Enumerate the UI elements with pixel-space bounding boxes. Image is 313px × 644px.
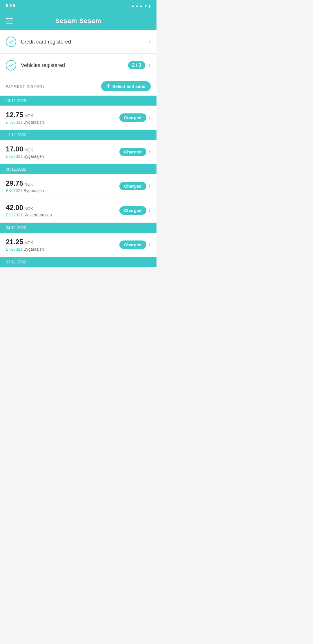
transaction-row-1[interactable]: 12.75NOK EK27321 Bygarasjen Charged ›: [0, 106, 156, 130]
status-icons: ▲▲▲ ▾ ▮: [131, 3, 151, 8]
main-content: Credit card registered › Vehicles regist…: [0, 30, 156, 267]
date-5: 04.11.2022: [6, 225, 26, 230]
payment-history-label: PAYMENT HISTORY: [6, 84, 45, 88]
transaction-chevron-1: ›: [149, 114, 151, 122]
transaction-left-1: 12.75NOK EK27321 Bygarasjen: [6, 111, 44, 124]
transaction-right-5: Charged ›: [119, 240, 151, 249]
app-header: Sesam Sesam: [0, 12, 156, 30]
hamburger-line-1: [6, 18, 13, 19]
app-title: Sesam Sesam: [55, 17, 101, 25]
hamburger-line-3: [6, 23, 13, 23]
date-header-2: 12.11.2022: [0, 130, 156, 140]
upload-icon: ⬆: [106, 84, 110, 89]
transaction-location-1: EK27321 Bygarasjen: [6, 120, 44, 124]
transaction-right-4: Charged ›: [119, 206, 151, 215]
menu-button[interactable]: [6, 18, 13, 23]
transaction-row-2[interactable]: 17.00NOK EK27321 Bygarasjen Charged ›: [0, 140, 156, 164]
vehicles-badge: 2 / 3: [128, 61, 145, 69]
transaction-amount-2: 17.00NOK: [6, 145, 44, 153]
vehicles-label: Vehicles registered: [21, 62, 128, 68]
date-header-3: 08.11.2022: [0, 164, 156, 174]
transaction-location-4: EK27321 Klostergarasjen: [6, 213, 52, 217]
charged-badge-3: Charged: [119, 182, 146, 190]
date-3: 08.11.2022: [6, 167, 26, 171]
hamburger-line-2: [6, 21, 13, 21]
signal-icon: ▲▲▲: [131, 3, 143, 8]
transaction-chevron-3: ›: [149, 182, 151, 190]
transaction-location-3: EK27321 Bygarasjen: [6, 188, 44, 193]
select-send-label: Select and send: [112, 84, 145, 89]
credit-card-check: [6, 37, 16, 47]
date-1: 13.11.2022: [6, 98, 26, 103]
transaction-amount-3: 29.75NOK: [6, 179, 44, 187]
credit-card-item[interactable]: Credit card registered ›: [0, 30, 156, 54]
transaction-amount-1: 12.75NOK: [6, 111, 44, 119]
vehicles-item[interactable]: Vehicles registered 2 / 3 ›: [0, 54, 156, 77]
credit-card-label: Credit card registered: [21, 39, 149, 45]
charged-badge-5: Charged: [119, 240, 146, 249]
charged-badge-2: Charged: [119, 148, 146, 156]
transaction-right-2: Charged ›: [119, 148, 151, 156]
charged-badge-1: Charged: [119, 113, 146, 122]
transaction-chevron-5: ›: [149, 241, 151, 249]
transaction-chevron-4: ›: [149, 207, 151, 214]
transaction-amount-4: 42.00NOK: [6, 204, 52, 212]
transaction-row-5[interactable]: 21.25NOK EK27321 Bygarasjen Charged ›: [0, 233, 156, 257]
transaction-location-2: EK27321 Bygarasjen: [6, 154, 44, 159]
vehicles-check: [6, 60, 16, 70]
wifi-icon: ▾: [145, 3, 147, 8]
date-header-1: 13.11.2022: [0, 96, 156, 106]
transaction-amount-5: 21.25NOK: [6, 238, 44, 246]
transaction-chevron-2: ›: [149, 148, 151, 156]
transaction-left-4: 42.00NOK EK27321 Klostergarasjen: [6, 204, 52, 217]
status-bar: 9:26 ▲▲▲ ▾ ▮: [0, 0, 156, 12]
date-2: 12.11.2022: [6, 133, 26, 137]
transaction-right-3: Charged ›: [119, 182, 151, 190]
transaction-left-2: 17.00NOK EK27321 Bygarasjen: [6, 145, 44, 159]
transaction-left-3: 29.75NOK EK27321 Bygarasjen: [6, 179, 44, 193]
transaction-location-5: EK27321 Bygarasjen: [6, 247, 44, 252]
battery-icon: ▮: [148, 3, 151, 8]
date-header-6: 03.11.2022: [0, 257, 156, 267]
vehicles-chevron-icon: ›: [149, 61, 151, 69]
transaction-row-3[interactable]: 29.75NOK EK27321 Bygarasjen Charged ›: [0, 174, 156, 198]
date-6: 03.11.2022: [6, 260, 26, 264]
payment-history-header: PAYMENT HISTORY ⬆ Select and send: [0, 77, 156, 96]
date-header-5: 04.11.2022: [0, 223, 156, 233]
transaction-left-5: 21.25NOK EK27321 Bygarasjen: [6, 238, 44, 252]
charged-badge-4: Charged: [119, 206, 146, 215]
credit-card-chevron-icon: ›: [149, 38, 151, 46]
select-send-button[interactable]: ⬆ Select and send: [101, 81, 151, 91]
transaction-row-4[interactable]: 42.00NOK EK27321 Klostergarasjen Charged…: [0, 198, 156, 223]
transaction-right-1: Charged ›: [119, 113, 151, 122]
status-time: 9:26: [6, 3, 15, 8]
